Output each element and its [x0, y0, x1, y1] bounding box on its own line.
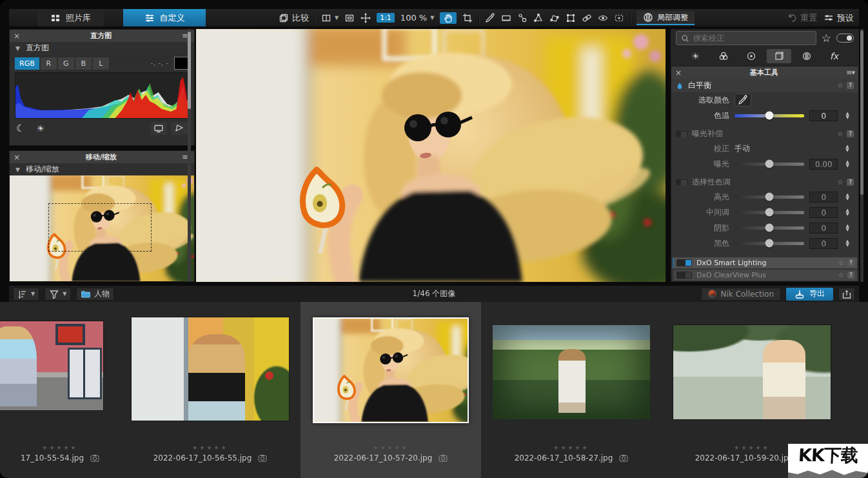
eyedropper-tool-icon[interactable] — [485, 13, 495, 23]
left-scrollbar[interactable] — [188, 29, 191, 282]
help-icon[interactable]: ? — [847, 272, 854, 279]
pick-color-eyedropper-button[interactable] — [735, 94, 751, 106]
close-icon[interactable]: × — [14, 32, 20, 41]
rating-stars[interactable]: ★★★★★ — [481, 444, 662, 451]
histogram-section-row[interactable]: ▼ 直方图 — [10, 42, 194, 54]
export-button[interactable]: 导出 — [786, 288, 833, 301]
filmstrip-item-4[interactable]: ★★★★★ 2022-06-17_10-58-27.jpg — [481, 302, 662, 478]
move-tool-icon[interactable] — [360, 13, 371, 23]
polygon-tool-icon[interactable] — [549, 13, 560, 23]
slider-knob[interactable] — [765, 224, 774, 232]
rating-stars[interactable]: ★★★★★ — [0, 444, 120, 451]
split-view-button[interactable]: ▼ — [321, 13, 339, 23]
horizon-tool-icon[interactable] — [501, 13, 511, 23]
section-toggle[interactable] — [676, 179, 687, 185]
star-icon[interactable]: ☆ — [838, 271, 844, 279]
filmstrip-item-1[interactable]: ★★★★★ 17_10-55-54.jpg — [0, 302, 120, 478]
dxo-smart-lighting-bar[interactable]: DxO Smart Lighting ☆? — [673, 257, 857, 268]
panel-menu-icon[interactable]: ≡▾ — [846, 68, 854, 77]
image-viewer[interactable] — [196, 29, 666, 282]
zoom-level-dropdown[interactable]: 100 % ▼ — [400, 13, 434, 23]
smart-lighting-toggle[interactable] — [676, 259, 692, 266]
hand-tool-button[interactable] — [440, 12, 457, 24]
control-line-tool-icon[interactable] — [533, 13, 544, 23]
temperature-value[interactable]: 0 — [809, 110, 838, 121]
thumbnail-image[interactable] — [132, 317, 289, 421]
rating-stars[interactable]: ★★★★★ — [120, 444, 301, 451]
local-adjustments-button[interactable]: 局部调整 — [636, 11, 695, 25]
dxo-clearview-bar[interactable]: DxO ClearView Plus ☆? — [673, 270, 857, 281]
navigator-preview[interactable] — [10, 175, 194, 281]
midtones-value[interactable]: 0 — [809, 207, 838, 218]
slider-knob[interactable] — [765, 239, 774, 248]
filmstrip-item-2[interactable]: ★★★★★ 2022-06-17_10-56-55.jpg — [120, 302, 301, 478]
shadow-clipping-icon[interactable]: ☾ — [16, 123, 25, 134]
slider-knob[interactable] — [765, 112, 774, 120]
star-icon[interactable]: ☆ — [837, 130, 843, 138]
crop-tool-icon[interactable] — [462, 13, 473, 23]
search-box[interactable] — [676, 31, 816, 45]
slider-knob[interactable] — [765, 208, 774, 217]
thumbnail-image[interactable] — [0, 321, 103, 410]
thumbnail-image[interactable] — [673, 325, 831, 419]
ratio-1-1-button[interactable]: 1:1 — [377, 13, 395, 23]
current-folder[interactable]: 人物 — [76, 288, 114, 301]
transform-grid-tool-icon[interactable] — [566, 13, 576, 23]
star-icon[interactable]: ☆ — [837, 81, 843, 90]
exposure-value[interactable]: 0.00 — [809, 159, 838, 170]
search-input[interactable] — [693, 34, 811, 43]
exposure-comp-header[interactable]: 曝光补偿 ☆? — [671, 127, 858, 141]
clearview-toggle[interactable] — [676, 272, 692, 279]
fit-screen-icon[interactable] — [344, 13, 355, 23]
channel-r-button[interactable]: R — [41, 57, 57, 70]
channel-g-button[interactable]: G — [58, 57, 74, 70]
stepper[interactable]: ▲▼ — [843, 239, 852, 247]
shadows-value[interactable]: 0 — [809, 223, 838, 234]
slider-knob[interactable] — [765, 160, 774, 168]
rating-stars[interactable]: ★★★★★ — [301, 444, 481, 451]
exposure-slider[interactable] — [735, 163, 804, 166]
midtones-slider[interactable] — [735, 211, 804, 214]
filmstrip-item-3-selected[interactable]: ★★★★★ 2022-06-17_10-57-20.jpg — [301, 302, 481, 478]
section-toggle[interactable] — [676, 131, 687, 137]
white-balance-header[interactable]: 白平衡 ☆? — [671, 79, 858, 92]
channel-rgb-button[interactable]: RGB — [15, 57, 39, 70]
selective-tone-header[interactable]: 选择性色调 ☆? — [671, 175, 858, 189]
highlights-slider[interactable] — [735, 195, 804, 199]
star-icon[interactable]: ☆ — [838, 259, 844, 267]
shadows-slider[interactable] — [735, 226, 804, 230]
tab-customize[interactable]: 自定义 — [123, 9, 206, 26]
category-color-icon[interactable] — [711, 49, 736, 63]
sampler-tool-icon[interactable] — [614, 13, 624, 23]
soft-proofing-icon[interactable] — [171, 122, 188, 135]
channel-b-button[interactable]: B — [75, 57, 92, 70]
category-detail-icon[interactable] — [739, 49, 764, 63]
category-fx-icon[interactable]: fx — [822, 49, 847, 63]
highlights-value[interactable]: 0 — [809, 192, 838, 203]
close-icon[interactable]: × — [14, 153, 20, 162]
stepper[interactable]: ▲▼ — [843, 208, 852, 216]
stepper[interactable]: ▲▼ — [843, 144, 852, 152]
help-icon[interactable]: ? — [847, 82, 854, 89]
navigator-section-row[interactable]: ▼ 移动/缩放 — [10, 163, 194, 175]
close-icon[interactable]: × — [675, 68, 682, 77]
filter-button[interactable]: ▼ — [44, 288, 71, 301]
navigator-view-rectangle[interactable] — [48, 203, 152, 252]
tab-photo-library[interactable]: 照片库 — [37, 9, 104, 26]
eye-icon[interactable] — [598, 13, 608, 23]
presets-button[interactable]: 预设 — [824, 12, 854, 24]
thumbnail-image[interactable] — [313, 317, 469, 423]
stepper[interactable]: ▲▼ — [843, 193, 852, 201]
corrections-toggle[interactable] — [836, 34, 854, 43]
category-local-icon[interactable] — [794, 49, 819, 63]
category-geometry-icon[interactable] — [767, 49, 791, 63]
compare-button[interactable]: 比较 — [279, 12, 309, 24]
reset-button[interactable]: 重置 — [787, 12, 817, 24]
share-button[interactable] — [838, 288, 855, 301]
correction-mode-value[interactable]: 手动 — [735, 143, 750, 154]
channel-l-button[interactable]: L — [93, 57, 109, 70]
blacks-slider[interactable] — [735, 242, 804, 245]
healing-tool-icon[interactable] — [582, 13, 592, 23]
help-icon[interactable]: ? — [847, 259, 854, 266]
sort-button[interactable]: ▼ — [13, 288, 39, 301]
